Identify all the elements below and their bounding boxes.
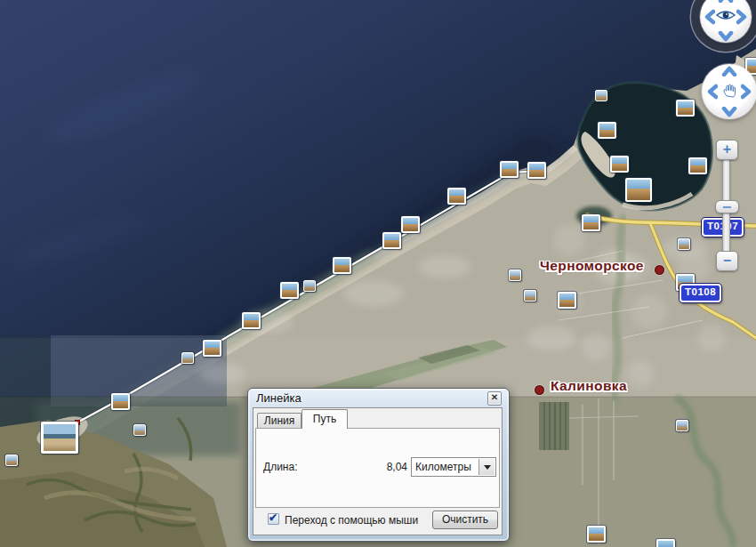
place-dot-icon xyxy=(535,385,544,395)
length-label: Длина: xyxy=(263,461,297,473)
look-right-arrow-icon[interactable] xyxy=(736,8,747,26)
ruler-dialog[interactable]: Линейка ✕ Линия Путь Длина: 8,04 Километ… xyxy=(247,388,510,542)
tab-line[interactable]: Линия xyxy=(257,413,302,428)
photo-icon[interactable] xyxy=(509,269,521,281)
photo-icon[interactable] xyxy=(676,100,695,117)
photo-icon[interactable] xyxy=(610,156,629,173)
clear-button[interactable]: Очистить xyxy=(432,511,498,529)
dialog-client-area: Линия Путь Длина: 8,04 Километры ✔ Перех… xyxy=(253,407,503,535)
look-up-arrow-icon[interactable] xyxy=(717,0,735,3)
photo-icon[interactable] xyxy=(527,162,546,179)
photo-icon[interactable] xyxy=(595,90,607,101)
photo-icon[interactable] xyxy=(181,352,194,364)
photo-icon[interactable] xyxy=(303,280,316,292)
zoom-out-button[interactable]: − xyxy=(716,251,738,271)
place-dot-icon xyxy=(655,265,664,275)
photo-icon[interactable] xyxy=(333,257,351,274)
photo-icon[interactable] xyxy=(242,312,261,329)
photo-icon[interactable] xyxy=(656,539,675,547)
zoom-slider-handle[interactable] xyxy=(715,200,739,213)
zoom-slider[interactable]: + − xyxy=(713,138,738,273)
tab-path[interactable]: Путь xyxy=(302,409,348,429)
place-label[interactable]: Калиновка xyxy=(551,378,627,394)
move-right-arrow-icon[interactable] xyxy=(741,83,752,101)
units-dropdown-value: Километры xyxy=(415,461,471,473)
photo-icon[interactable] xyxy=(688,157,707,174)
look-down-arrow-icon[interactable] xyxy=(717,31,735,42)
close-icon[interactable]: ✕ xyxy=(487,391,502,406)
photo-icon[interactable] xyxy=(582,214,600,231)
photo-icon[interactable] xyxy=(676,420,688,431)
photo-icon[interactable] xyxy=(587,526,606,543)
place-label[interactable]: Черноморское xyxy=(540,258,644,274)
tab-panel: Длина: 8,04 Километры xyxy=(255,428,500,508)
photo-icon[interactable] xyxy=(625,178,652,202)
eye-icon xyxy=(715,9,736,25)
photo-icon[interactable] xyxy=(280,282,299,299)
chevron-down-icon[interactable] xyxy=(479,459,495,475)
move-down-arrow-icon[interactable] xyxy=(720,107,738,117)
zoom-in-button[interactable]: + xyxy=(716,140,738,160)
dialog-title: Линейка xyxy=(256,391,302,405)
hand-icon xyxy=(721,82,737,101)
photo-icon[interactable] xyxy=(678,238,690,250)
photo-icon[interactable] xyxy=(401,216,420,233)
google-earth-window: ЧерноморскоеКалиновкаТ0107Т0108 xyxy=(0,0,756,547)
mouse-nav-checkbox[interactable]: ✔ xyxy=(268,513,279,525)
photo-icon[interactable] xyxy=(598,122,616,139)
photo-icon[interactable] xyxy=(382,232,401,249)
photo-icon[interactable] xyxy=(111,393,130,410)
move-joystick[interactable] xyxy=(702,64,756,119)
photo-icon[interactable] xyxy=(558,292,576,309)
road-badge: Т0108 xyxy=(680,284,721,302)
photo-icon[interactable] xyxy=(500,161,519,178)
photo-icon[interactable] xyxy=(41,422,78,454)
move-up-arrow-icon[interactable] xyxy=(720,66,738,76)
look-left-arrow-icon[interactable] xyxy=(704,8,715,26)
mouse-nav-label: Переход с помощью мыши xyxy=(285,514,418,527)
length-value: 8,04 xyxy=(387,461,407,473)
photo-icon[interactable] xyxy=(203,340,221,357)
photo-icon[interactable] xyxy=(524,290,536,302)
move-left-arrow-icon[interactable] xyxy=(707,83,718,101)
units-dropdown[interactable]: Километры xyxy=(411,457,496,477)
photo-icon[interactable] xyxy=(133,424,146,436)
photo-icon[interactable] xyxy=(5,454,18,466)
photo-icon[interactable] xyxy=(447,188,466,205)
checkbox-check-icon: ✔ xyxy=(269,511,277,524)
